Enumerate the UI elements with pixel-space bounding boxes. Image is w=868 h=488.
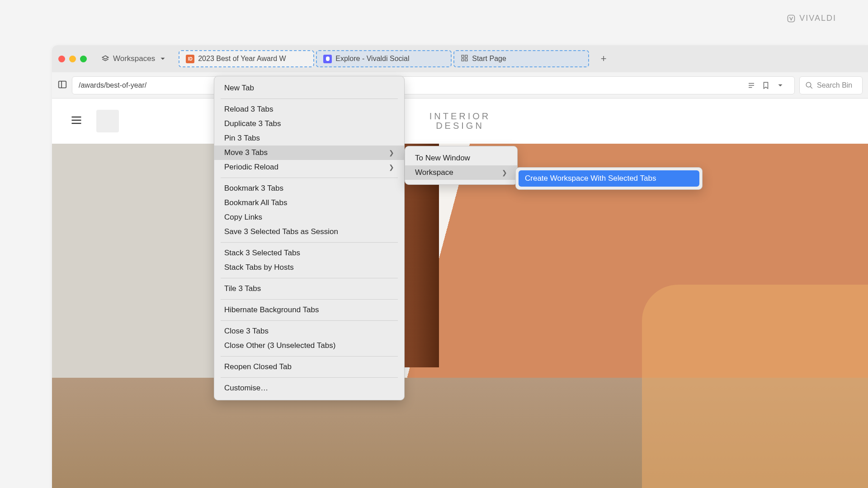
minimize-icon[interactable] xyxy=(69,56,76,62)
panel-icon xyxy=(57,80,67,89)
submenu-new-window[interactable]: To New Window xyxy=(405,151,517,165)
close-icon[interactable] xyxy=(58,56,65,62)
workspaces-button[interactable]: Workspaces xyxy=(98,52,170,65)
tab-3[interactable]: Start Page xyxy=(453,50,589,67)
menu-move-tabs[interactable]: Move 3 Tabs❯ xyxy=(214,145,404,160)
reader-icon[interactable] xyxy=(747,81,755,89)
menu-icon xyxy=(70,114,83,127)
menu-stack-selected[interactable]: Stack 3 Selected Tabs xyxy=(214,246,404,260)
search-field[interactable]: Search Bin xyxy=(799,76,863,94)
menu-stack-hosts[interactable]: Stack Tabs by Hosts xyxy=(214,260,404,275)
chevron-right-icon: ❯ xyxy=(389,149,394,156)
submenu-workspace[interactable]: Workspace❯ xyxy=(405,165,517,180)
move-submenu: To New Window Workspace❯ xyxy=(405,146,518,185)
tab-title: Start Page xyxy=(472,55,506,63)
chevron-right-icon: ❯ xyxy=(389,164,394,171)
window-controls xyxy=(58,56,87,62)
hamburger-button[interactable] xyxy=(70,114,83,128)
menu-tile-tabs[interactable]: Tile 3 Tabs xyxy=(214,282,404,296)
menu-close-other[interactable]: Close Other (3 Unselected Tabs) xyxy=(214,338,404,353)
menu-save-session[interactable]: Save 3 Selected Tabs as Session xyxy=(214,225,404,239)
titlebar: Workspaces ID 2023 Best of Year Award W … xyxy=(52,45,868,72)
chevron-down-icon[interactable] xyxy=(776,81,784,89)
tab-strip: ID 2023 Best of Year Award W Explore - V… xyxy=(179,45,611,72)
svg-line-11 xyxy=(810,86,812,89)
menu-pin-tabs[interactable]: Pin 3 Tabs xyxy=(214,131,404,145)
new-tab-button[interactable]: + xyxy=(596,52,611,66)
svg-rect-0 xyxy=(788,15,795,22)
maximize-icon[interactable] xyxy=(80,56,87,62)
menu-reload-tabs[interactable]: Reload 3 Tabs xyxy=(214,102,404,117)
tab-context-menu: New Tab Reload 3 Tabs Duplicate 3 Tabs P… xyxy=(214,76,405,400)
workspaces-label: Workspaces xyxy=(113,54,155,63)
hero-image xyxy=(52,144,868,488)
tab-1[interactable]: ID 2023 Best of Year Award W xyxy=(179,50,314,67)
avatar[interactable] xyxy=(96,110,119,132)
search-placeholder: Search Bin xyxy=(817,81,852,89)
menu-reopen-closed[interactable]: Reopen Closed Tab xyxy=(214,360,404,374)
svg-rect-3 xyxy=(462,58,464,61)
menu-bookmark-all[interactable]: Bookmark All Tabs xyxy=(214,196,404,210)
workspace-submenu: Create Workspace With Selected Tabs xyxy=(515,167,703,190)
svg-rect-1 xyxy=(462,55,464,57)
menu-hibernate[interactable]: Hibernate Background Tabs xyxy=(214,303,404,317)
menu-periodic-reload[interactable]: Periodic Reload❯ xyxy=(214,160,404,174)
favicon-mastodon-icon xyxy=(323,55,332,63)
submenu-create-workspace[interactable]: Create Workspace With Selected Tabs xyxy=(519,170,699,187)
tab-2[interactable]: Explore - Vivaldi Social xyxy=(316,50,452,67)
favicon-id-icon: ID xyxy=(186,55,194,63)
chevron-down-icon xyxy=(159,55,167,63)
layers-icon xyxy=(101,55,109,63)
favicon-startpage-icon xyxy=(461,54,468,64)
menu-bookmark-3[interactable]: Bookmark 3 Tabs xyxy=(214,181,404,196)
vivaldi-logo: VIVALDI xyxy=(787,14,836,23)
tab-title: 2023 Best of Year Award W xyxy=(198,55,286,63)
url-text: /awards/best-of-year/ xyxy=(79,81,146,89)
menu-customise[interactable]: Customise… xyxy=(214,381,404,395)
vivaldi-icon xyxy=(787,14,796,23)
search-icon xyxy=(805,81,813,89)
menu-close-3[interactable]: Close 3 Tabs xyxy=(214,324,404,338)
browser-window: Workspaces ID 2023 Best of Year Award W … xyxy=(52,45,868,488)
menu-duplicate-tabs[interactable]: Duplicate 3 Tabs xyxy=(214,117,404,131)
menu-new-tab[interactable]: New Tab xyxy=(214,81,404,95)
bookmark-icon[interactable] xyxy=(762,81,770,89)
url-field[interactable]: /awards/best-of-year/ xyxy=(72,76,795,94)
chevron-right-icon: ❯ xyxy=(502,169,507,176)
svg-point-10 xyxy=(806,82,811,87)
address-bar: /awards/best-of-year/ Search Bin xyxy=(52,72,868,99)
tab-title: Explore - Vivaldi Social xyxy=(335,55,409,63)
menu-copy-links[interactable]: Copy Links xyxy=(214,210,404,225)
page-header: INTERIOR DESIGN xyxy=(52,99,868,144)
svg-rect-4 xyxy=(465,58,467,61)
svg-rect-2 xyxy=(465,55,467,57)
page-brand: INTERIOR DESIGN xyxy=(429,112,491,131)
panel-toggle-button[interactable] xyxy=(57,80,67,91)
svg-rect-5 xyxy=(59,81,66,88)
